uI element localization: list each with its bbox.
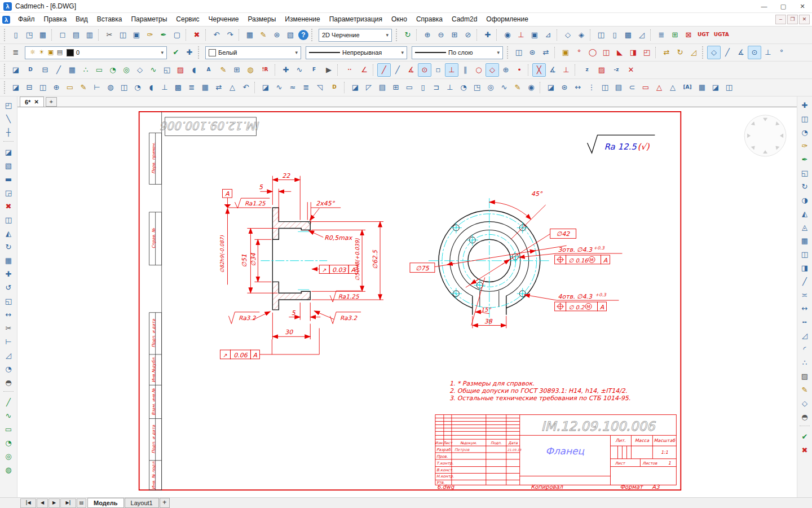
- remove-selection-icon[interactable]: ⊠: [682, 28, 695, 42]
- single-view-icon[interactable]: ◫: [798, 248, 811, 261]
- layer-visibility-icon[interactable]: ◉: [501, 28, 514, 42]
- break-line-icon[interactable]: ╱: [798, 275, 811, 288]
- stack-b-icon[interactable]: ▤: [376, 81, 389, 94]
- snap-node-icon[interactable]: ▫: [431, 63, 445, 77]
- fan-icon[interactable]: ◔: [457, 81, 470, 94]
- rotate-copy-icon[interactable]: ↻: [2, 240, 15, 254]
- thick-line-icon[interactable]: ▬: [2, 173, 15, 186]
- move-icon[interactable]: ✚: [2, 268, 15, 281]
- pointer-box-icon[interactable]: ◪: [2, 146, 15, 159]
- sketch-rect-icon[interactable]: ▭: [2, 423, 15, 436]
- detail-pencil-icon[interactable]: D: [326, 81, 342, 94]
- tile-views-icon[interactable]: ▩: [621, 28, 635, 42]
- sheet-b-icon[interactable]: ▤: [612, 81, 625, 94]
- nav-next-icon[interactable]: ▶: [48, 498, 60, 508]
- ellipse-icon[interactable]: ◍: [244, 63, 257, 77]
- chain-points-icon[interactable]: ∙∙: [342, 63, 358, 77]
- menu-item[interactable]: Черчение: [204, 13, 243, 26]
- support-b-icon[interactable]: △: [666, 81, 679, 94]
- fillet-corner-icon[interactable]: ◜: [798, 343, 811, 356]
- support-a-icon[interactable]: △: [652, 81, 666, 94]
- toolbar-grip[interactable]: [311, 29, 315, 41]
- layer-select[interactable]: ☼☀▣▤ 0 ▾: [25, 46, 167, 59]
- angle-select-icon[interactable]: ∡: [546, 63, 559, 77]
- save-view-icon[interactable]: ◈: [575, 28, 588, 42]
- nav-first-icon[interactable]: |◀: [20, 498, 36, 508]
- step-dim-icon[interactable]: ⊢: [90, 81, 104, 94]
- stack-rows-icon[interactable]: ≣: [185, 81, 198, 94]
- spline-icon[interactable]: ∿: [147, 63, 160, 77]
- menu-item[interactable]: Оформление: [482, 13, 532, 26]
- snap-end-icon[interactable]: ╱: [377, 63, 391, 77]
- hatch-corner-icon[interactable]: ◪: [709, 81, 722, 94]
- flip-3d-icon[interactable]: ◬: [798, 221, 811, 234]
- erase-icon[interactable]: ✖: [2, 200, 15, 213]
- add-selection-icon[interactable]: ⊞: [668, 28, 682, 42]
- snap-dot-icon[interactable]: •: [513, 63, 526, 77]
- page-setup-icon[interactable]: ▤: [77, 498, 86, 508]
- zoom-box-icon[interactable]: ◲: [2, 186, 15, 200]
- dim-style-icon[interactable]: ◰: [2, 99, 15, 112]
- slope-dim-icon[interactable]: ╲: [2, 112, 15, 126]
- cancel-icon[interactable]: ✖: [798, 444, 811, 457]
- swap-icon[interactable]: ⇄: [212, 81, 226, 94]
- solid-box-icon[interactable]: ◇: [561, 28, 575, 42]
- rotate-icon[interactable]: ↺: [2, 281, 15, 295]
- snap-contour-icon[interactable]: ◇: [707, 46, 721, 59]
- menu-item[interactable]: Размеры: [243, 13, 280, 26]
- paste-icon[interactable]: ▣: [130, 28, 143, 42]
- dim-block-icon[interactable]: ⊞: [230, 63, 244, 77]
- minimize-button[interactable]: —: [754, 0, 774, 12]
- linetype-select[interactable]: Непрерывная ▾: [306, 46, 407, 59]
- snap-line-icon[interactable]: ╱: [391, 63, 404, 77]
- snap-nearest-icon[interactable]: ∡: [734, 46, 748, 59]
- workspace-select[interactable]: 2D Черчение▾: [319, 29, 392, 42]
- clamp-icon[interactable]: ⊐: [430, 81, 443, 94]
- print-icon[interactable]: ▤: [69, 28, 83, 42]
- flag-corner-icon[interactable]: ◹: [313, 81, 326, 94]
- pointer-box-icon[interactable]: ◪: [9, 63, 23, 77]
- menu-item[interactable]: Параметризация: [325, 13, 387, 26]
- spec-list-icon[interactable]: ≣: [655, 28, 668, 42]
- delete-icon[interactable]: ✖: [190, 28, 204, 42]
- array-icon[interactable]: ▦: [2, 254, 15, 268]
- construction-grid-icon[interactable]: ▦: [65, 63, 79, 77]
- notch-constraint-icon[interactable]: ◰: [640, 46, 654, 59]
- table-grid-icon[interactable]: ▦: [198, 81, 212, 94]
- iso-box-icon[interactable]: ◇: [798, 397, 811, 410]
- duplicate-icon[interactable]: ◫: [2, 213, 15, 227]
- target-icon[interactable]: ⊕: [50, 81, 63, 94]
- lineweight-select[interactable]: По слою ▾: [412, 46, 503, 59]
- close-tab-icon[interactable]: ✕: [34, 99, 38, 105]
- toolbar-grip[interactable]: [4, 81, 7, 94]
- wedge-icon[interactable]: ◿: [798, 329, 811, 343]
- draft-edit-icon[interactable]: ▧: [2, 159, 15, 173]
- toolbar-grip[interactable]: [4, 64, 7, 76]
- scale-lock-icon[interactable]: ◿: [687, 46, 700, 59]
- pointer-box-4-icon[interactable]: ◪: [348, 81, 362, 94]
- caps-icon[interactable]: ≍: [798, 288, 811, 302]
- eraser-icon[interactable]: ▭: [639, 81, 652, 94]
- zoom-window-icon[interactable]: ⊞: [448, 28, 461, 42]
- snap-quadrant-icon[interactable]: ◇: [486, 63, 499, 77]
- regen-icon[interactable]: ↻: [401, 28, 414, 42]
- z-elevation-icon[interactable]: z: [579, 63, 595, 77]
- update-gear-icon[interactable]: ⊛: [558, 81, 571, 94]
- match-props-icon[interactable]: ◫: [512, 46, 526, 59]
- pan-icon[interactable]: ✚: [481, 28, 495, 42]
- explode-icon[interactable]: ◓: [2, 376, 15, 389]
- hide-mode-icon[interactable]: ⊿: [541, 28, 555, 42]
- close-button[interactable]: ✕: [793, 0, 812, 12]
- circle-icon[interactable]: ◎: [120, 63, 133, 77]
- navigation-wheel[interactable]: [744, 115, 786, 156]
- viewports-icon[interactable]: ◫: [594, 28, 608, 42]
- spring-a-icon[interactable]: ∿: [272, 81, 286, 94]
- snap-center-icon[interactable]: ⊙: [748, 46, 761, 59]
- snap-point-icon[interactable]: °: [775, 46, 788, 59]
- layers-manager-icon[interactable]: ≣: [9, 46, 23, 59]
- pin-icon[interactable]: ▯: [416, 81, 430, 94]
- undo-local-icon[interactable]: ↶: [239, 81, 253, 94]
- snap-parallel-icon[interactable]: ∥: [458, 63, 472, 77]
- detail-label-icon[interactable]: D: [23, 63, 38, 77]
- slot-b-icon[interactable]: ▭: [403, 81, 416, 94]
